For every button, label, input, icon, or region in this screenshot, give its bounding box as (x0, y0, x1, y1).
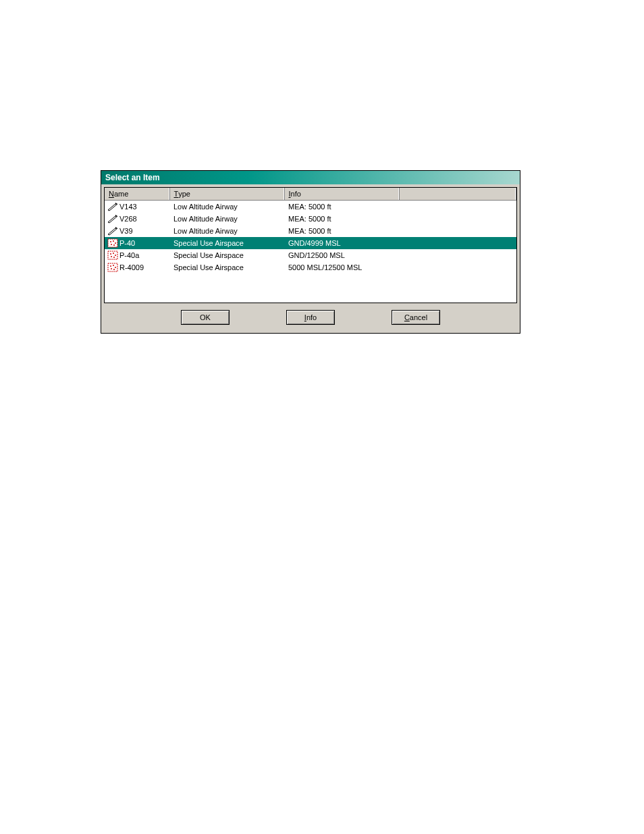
svg-line-6 (108, 228, 116, 234)
column-header-type[interactable]: Type (169, 188, 284, 200)
svg-point-25 (111, 268, 112, 269)
item-type: Special Use Airspace (169, 237, 284, 249)
svg-line-7 (109, 228, 117, 235)
table-row[interactable]: P-40aSpecial Use AirspaceGND/12500 MSL (105, 249, 516, 261)
item-info: MEA: 5000 ft (284, 225, 399, 237)
svg-point-26 (113, 269, 115, 270)
airway-icon (107, 213, 119, 223)
info-button[interactable]: Info (286, 310, 335, 325)
svg-point-22 (110, 265, 111, 267)
ok-button[interactable]: OK (181, 310, 230, 325)
list-header: NameTypeInfo (105, 188, 516, 200)
sua-icon (107, 238, 119, 247)
column-header-info[interactable]: Info (284, 188, 399, 200)
svg-line-2 (108, 210, 109, 211)
item-type: Low Altitude Airway (169, 200, 284, 213)
item-info: 5000 MSL/12500 MSL (284, 261, 399, 273)
airway-icon (107, 226, 119, 235)
svg-point-14 (113, 244, 115, 246)
item-name: V39 (119, 227, 133, 235)
svg-point-16 (110, 253, 111, 255)
dialog-content: NameTypeInfo V143Low Altitude AirwayMEA:… (101, 184, 520, 333)
svg-line-3 (108, 215, 116, 222)
svg-line-5 (108, 222, 109, 223)
sua-icon (107, 250, 119, 259)
svg-line-1 (109, 204, 117, 211)
item-type: Low Altitude Airway (169, 225, 284, 237)
table-row[interactable]: V268Low Altitude AirwayMEA: 5000 ft (105, 213, 516, 225)
svg-point-12 (115, 242, 116, 244)
item-type: Low Altitude Airway (169, 213, 284, 225)
svg-point-10 (110, 241, 111, 242)
item-name: R-4009 (119, 263, 144, 271)
sua-icon (107, 262, 119, 271)
item-name: V268 (119, 215, 137, 223)
svg-line-8 (108, 234, 109, 235)
svg-point-23 (113, 265, 114, 266)
cancel-button[interactable]: Cancel (392, 310, 440, 325)
column-header-name[interactable]: Name (105, 188, 169, 200)
list-table: NameTypeInfo V143Low Altitude AirwayMEA:… (105, 188, 516, 273)
column-header-blank[interactable] (399, 188, 516, 200)
item-info: MEA: 5000 ft (284, 213, 399, 225)
table-row[interactable]: P-40Special Use AirspaceGND/4999 MSL (105, 237, 516, 249)
svg-point-11 (113, 240, 114, 242)
svg-point-17 (113, 253, 114, 254)
svg-line-0 (108, 203, 116, 210)
svg-point-20 (113, 257, 115, 258)
table-row[interactable]: R-4009Special Use Airspace5000 MSL/12500… (105, 261, 516, 273)
item-info: MEA: 5000 ft (284, 200, 399, 213)
dialog-title: Select an Item (105, 173, 160, 182)
table-row[interactable]: V39Low Altitude AirwayMEA: 5000 ft (105, 225, 516, 237)
item-name: P-40a (119, 251, 139, 259)
title-bar: Select an Item (101, 171, 520, 184)
item-type: Special Use Airspace (169, 261, 284, 273)
item-list[interactable]: NameTypeInfo V143Low Altitude AirwayMEA:… (104, 187, 517, 303)
select-item-dialog: Select an Item NameTypeInfo V143Low Alti… (101, 170, 520, 334)
svg-line-4 (109, 216, 117, 223)
svg-point-13 (111, 244, 112, 245)
item-name: V143 (119, 203, 137, 211)
svg-point-19 (111, 256, 112, 257)
svg-point-24 (115, 267, 116, 268)
item-type: Special Use Airspace (169, 249, 284, 261)
airway-icon (107, 201, 119, 211)
table-row[interactable]: V143Low Altitude AirwayMEA: 5000 ft (105, 200, 516, 213)
item-info: GND/4999 MSL (284, 237, 399, 249)
item-info: GND/12500 MSL (284, 249, 399, 261)
svg-point-18 (115, 255, 116, 256)
item-name: P-40 (119, 239, 135, 247)
button-row: OK Info Cancel (104, 303, 517, 330)
